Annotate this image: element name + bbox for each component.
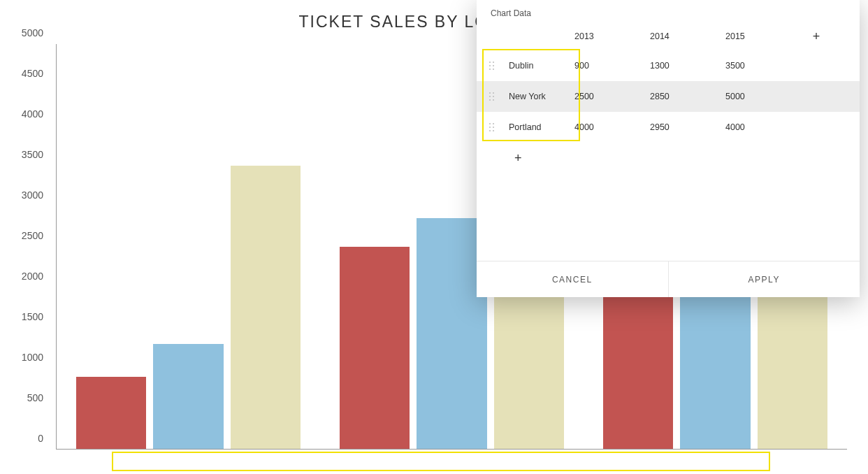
column-header-2[interactable]: 2015 [725,31,801,41]
bar-group [57,44,320,450]
data-row[interactable]: Dublin90013003500 [477,50,860,81]
y-tick: 3000 [22,189,43,201]
data-row[interactable]: Portland400029504000 [477,112,860,143]
chart-data-panel: Chart Data 2013 2014 2015 + Dublin900130… [477,0,860,297]
y-tick: 5000 [22,27,43,38]
y-tick: 500 [27,392,43,403]
apply-button[interactable]: APPLY [668,261,860,297]
bar [76,377,146,450]
cancel-button[interactable]: CANCEL [477,261,668,297]
data-cell[interactable]: 4000 [574,122,650,132]
panel-buttons: CANCEL APPLY [477,261,860,297]
bar [153,344,223,450]
y-tick: 1500 [22,311,43,322]
panel-spacer [477,166,860,261]
drag-handle-icon[interactable] [477,92,507,101]
add-row-button[interactable]: + [477,143,860,166]
data-row[interactable]: New York250028505000 [477,81,860,112]
data-cell[interactable]: 4000 [725,122,801,132]
x-labels-highlight [112,452,770,471]
x-axis-baseline [57,449,847,450]
y-axis: 0500100015002000250030003500400045005000 [14,44,49,450]
y-tick: 4000 [22,108,43,120]
data-cell[interactable]: 2950 [650,122,725,132]
data-cell[interactable]: 2500 [574,92,650,101]
column-header-1[interactable]: 2014 [650,31,725,41]
bar [340,247,410,450]
add-column-button[interactable]: + [801,29,832,44]
row-name[interactable]: New York [507,92,574,101]
data-cell[interactable]: 900 [574,61,650,71]
y-tick: 2000 [22,271,43,282]
data-grid-header: 2013 2014 2015 + [477,22,860,50]
data-cell[interactable]: 3500 [725,61,801,71]
drag-handle-icon[interactable] [477,62,507,71]
y-tick: 3500 [22,149,43,160]
row-name[interactable]: Portland [507,122,574,132]
data-grid-rows: Dublin90013003500New York250028505000Por… [477,50,860,143]
bar [231,166,301,450]
data-cell[interactable]: 2850 [650,92,725,101]
y-tick: 1000 [22,352,43,363]
row-name[interactable]: Dublin [507,61,574,71]
data-cell[interactable]: 1300 [650,61,725,71]
drag-handle-icon[interactable] [477,123,507,132]
y-tick: 0 [38,433,43,444]
y-tick: 2500 [22,230,43,241]
column-header-0[interactable]: 2013 [574,31,650,41]
panel-title: Chart Data [477,0,860,22]
y-tick: 4500 [22,68,43,79]
data-cell[interactable]: 5000 [725,92,801,101]
